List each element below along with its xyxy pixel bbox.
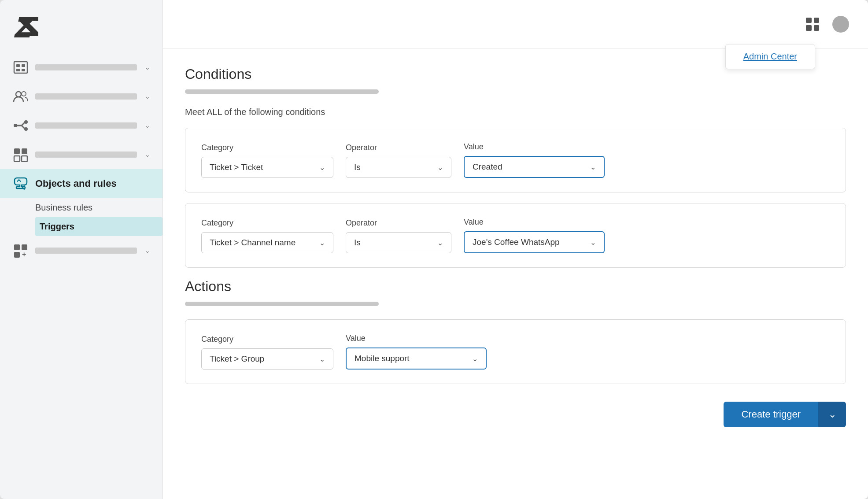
sidebar-item-objects-label: Objects and rules bbox=[35, 178, 117, 189]
sidebar-subitems: Business rules Triggers bbox=[0, 198, 163, 236]
action-category-label-1: Category bbox=[201, 335, 333, 344]
action-value-value-1: Mobile support bbox=[355, 354, 410, 363]
user-avatar-button[interactable] bbox=[831, 15, 850, 34]
category-select-1[interactable]: Ticket > Ticket ⌄ bbox=[201, 157, 333, 178]
condition-row-2: Category Ticket > Channel name ⌄ Operato… bbox=[201, 218, 830, 253]
sidebar-subitem-business-rules[interactable]: Business rules bbox=[35, 198, 163, 217]
svg-point-8 bbox=[14, 124, 17, 127]
category-label-2: Category bbox=[201, 218, 333, 228]
value-value-1: Created bbox=[473, 162, 502, 172]
svg-rect-13 bbox=[14, 156, 20, 162]
svg-rect-2 bbox=[16, 64, 20, 67]
chevron-down-icon: ⌄ bbox=[319, 163, 325, 172]
value-select-1[interactable]: Created ⌄ bbox=[464, 156, 605, 178]
operator-label-1: Operator bbox=[346, 143, 451, 152]
sidebar-item-workspaces[interactable]: ⌄ bbox=[0, 140, 163, 169]
svg-rect-16 bbox=[22, 244, 27, 250]
sidebar-item-label bbox=[35, 152, 137, 158]
sidebar-subitem-triggers[interactable]: Triggers bbox=[35, 217, 163, 236]
chevron-down-icon: ⌄ bbox=[145, 93, 150, 100]
chevron-down-icon: ⌄ bbox=[437, 239, 443, 247]
sidebar-item-people[interactable]: ⌄ bbox=[0, 82, 163, 111]
svg-point-10 bbox=[24, 127, 28, 131]
action-row-1: Category Ticket > Group ⌄ Value Mobile s… bbox=[201, 334, 830, 370]
value-select-2[interactable]: Joe's Coffee WhatsApp ⌄ bbox=[464, 231, 605, 253]
chevron-down-icon: ⌄ bbox=[319, 355, 325, 363]
svg-rect-17 bbox=[14, 252, 20, 258]
chevron-down-icon: ⌄ bbox=[590, 163, 596, 171]
action-card-1: Category Ticket > Group ⌄ Value Mobile s… bbox=[185, 319, 846, 384]
svg-rect-12 bbox=[22, 148, 27, 154]
operator-select-1[interactable]: Is ⌄ bbox=[346, 157, 451, 178]
chevron-down-icon: ⌄ bbox=[590, 238, 596, 247]
svg-rect-15 bbox=[14, 244, 20, 250]
svg-point-7 bbox=[22, 92, 26, 96]
create-trigger-group: Create trigger ⌄ bbox=[724, 402, 846, 427]
chevron-down-icon: ⌄ bbox=[319, 239, 325, 247]
category-select-2[interactable]: Ticket > Channel name ⌄ bbox=[201, 232, 333, 253]
operator-select-2[interactable]: Is ⌄ bbox=[346, 232, 451, 253]
operator-value-2: Is bbox=[354, 238, 361, 248]
svg-rect-11 bbox=[14, 148, 20, 154]
sidebar-item-label bbox=[35, 248, 137, 254]
sidebar-item-objects-and-rules[interactable]: Objects and rules bbox=[0, 169, 163, 198]
conditions-progress-bar bbox=[185, 89, 379, 94]
chevron-down-icon: ⌄ bbox=[145, 64, 150, 71]
svg-rect-4 bbox=[16, 69, 20, 71]
action-value-group-1: Value Mobile support ⌄ bbox=[346, 334, 487, 370]
organization-icon bbox=[12, 59, 29, 76]
category-value-2: Ticket > Channel name bbox=[210, 238, 295, 248]
value-label-1: Value bbox=[464, 142, 605, 152]
category-group-1: Category Ticket > Ticket ⌄ bbox=[201, 143, 333, 178]
workspaces-icon bbox=[12, 146, 29, 163]
avatar bbox=[832, 16, 849, 33]
action-value-label-1: Value bbox=[346, 334, 487, 343]
people-icon bbox=[12, 88, 29, 105]
sidebar-item-organization[interactable]: ⌄ bbox=[0, 53, 163, 82]
operator-group-2: Operator Is ⌄ bbox=[346, 218, 451, 253]
conditions-meet-text: Meet ALL of the following conditions bbox=[185, 107, 846, 117]
sidebar-item-label bbox=[35, 64, 137, 70]
condition-card-1: Category Ticket > Ticket ⌄ Operator Is ⌄ bbox=[185, 128, 846, 192]
create-trigger-chevron-button[interactable]: ⌄ bbox=[818, 402, 846, 427]
svg-point-9 bbox=[24, 120, 28, 124]
action-category-value-1: Ticket > Group bbox=[210, 354, 264, 364]
conditions-section: Conditions Meet ALL of the following con… bbox=[185, 66, 846, 268]
category-label-1: Category bbox=[201, 143, 333, 152]
value-value-2: Joe's Coffee WhatsApp bbox=[473, 237, 560, 247]
value-label-2: Value bbox=[464, 218, 605, 227]
sidebar-item-channels[interactable]: ⌄ bbox=[0, 111, 163, 140]
svg-rect-14 bbox=[22, 156, 27, 162]
sidebar-item-label bbox=[35, 93, 137, 100]
sidebar-item-apps[interactable]: + ⌄ bbox=[0, 236, 163, 265]
chevron-down-icon: ⌄ bbox=[145, 122, 150, 129]
svg-rect-5 bbox=[22, 69, 25, 71]
grid-icon bbox=[806, 18, 819, 31]
logo: Z bbox=[0, 0, 163, 48]
create-trigger-button[interactable]: Create trigger bbox=[724, 402, 818, 427]
svg-text:+: + bbox=[22, 251, 26, 258]
chevron-down-icon: ⌄ bbox=[472, 355, 478, 363]
condition-card-2: Category Ticket > Channel name ⌄ Operato… bbox=[185, 203, 846, 268]
svg-point-6 bbox=[16, 92, 21, 97]
action-value-select-1[interactable]: Mobile support ⌄ bbox=[346, 347, 487, 370]
svg-rect-1 bbox=[14, 62, 27, 73]
actions-title: Actions bbox=[185, 278, 846, 295]
actions-progress-bar bbox=[185, 302, 379, 306]
main-panel: Admin Center Conditions Meet ALL of the … bbox=[163, 0, 868, 499]
chevron-down-icon: ⌄ bbox=[145, 151, 150, 158]
apps-grid-button[interactable] bbox=[803, 15, 822, 34]
category-value-1: Ticket > Ticket bbox=[210, 163, 263, 172]
operator-value-1: Is bbox=[354, 163, 361, 172]
category-group-2: Category Ticket > Channel name ⌄ bbox=[201, 218, 333, 253]
admin-center-link[interactable]: Admin Center bbox=[743, 52, 797, 61]
value-group-2: Value Joe's Coffee WhatsApp ⌄ bbox=[464, 218, 605, 253]
zendesk-logo: Z bbox=[13, 11, 44, 42]
sidebar-nav: ⌄ ⌄ bbox=[0, 48, 163, 499]
actions-section: Actions Category Ticket > Group ⌄ bbox=[185, 278, 846, 384]
value-group-1: Value Created ⌄ bbox=[464, 142, 605, 178]
sidebar-item-label bbox=[35, 122, 137, 129]
svg-rect-3 bbox=[22, 64, 25, 67]
action-category-select-1[interactable]: Ticket > Group ⌄ bbox=[201, 348, 333, 370]
apps-icon: + bbox=[12, 242, 29, 259]
